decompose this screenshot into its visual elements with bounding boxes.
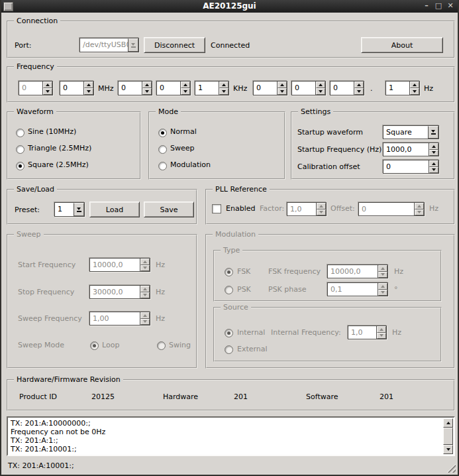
log-scrollbar[interactable] [443,418,453,454]
calibration-offset-spinbox[interactable]: 0 [383,160,439,174]
spin-down-button[interactable] [142,88,152,95]
revision-legend: Hardware/Firmware Revision [14,375,123,385]
fsk-label: FSK [237,267,250,276]
fsk-radio [225,268,233,276]
spin-down-button [377,333,386,339]
spin-up-icon [222,84,226,86]
startup-frequency-label: Startup Frequency (Hz) [297,145,382,154]
minimize-icon[interactable]: – [422,1,431,11]
freq-khz-tens-spinbox[interactable]: 0 [156,81,191,95]
port-combo-value: /dev/ttyUSB0 [80,38,128,52]
spin-down-icon [46,90,50,93]
spin-up-button[interactable] [316,82,325,88]
freq-hz-hundreds-spinbox[interactable]: 0 [253,81,287,95]
spin-down-button[interactable] [429,150,438,156]
maximize-icon[interactable]: □ [434,1,443,11]
mode-modulation-label: Modulation [170,160,211,170]
freq-mhz-ones-spinbox[interactable]: 0 [60,81,94,95]
spin-up-button [378,265,387,272]
spin-down-icon [380,334,383,337]
spin-up-button [378,283,387,290]
load-button[interactable]: Load [89,202,140,217]
scroll-down-button[interactable] [443,445,453,454]
spin-down-button [378,290,387,296]
spin-up-button[interactable] [84,82,93,88]
spin-up-button[interactable] [43,82,52,88]
spin-down-button[interactable] [316,88,325,95]
modulation-type-legend: Type [221,246,242,255]
freq-hz-tens-spinbox[interactable]: 0 [291,81,326,95]
scroll-up-icon [446,422,450,424]
freq-khz-ones-spinbox[interactable]: 1 [195,81,229,95]
khz-unit-label: KHz [233,84,247,93]
log-line: TX: 201:A:10001:; [8,445,442,453]
preset-combo[interactable]: 1 [54,202,85,217]
pll-offset-spinbox: 0 [358,202,425,216]
startup-waveform-combo[interactable]: Square [383,125,439,139]
dropdown-button[interactable] [428,126,438,139]
port-label: Port: [15,41,32,50]
spinbox-value: 10000,0 [328,265,378,278]
waveform-square-radio[interactable] [16,162,25,170]
spin-up-button [140,286,150,292]
port-dropdown-button[interactable] [128,38,138,52]
spin-up-button[interactable] [410,82,419,88]
port-combo[interactable]: /dev/ttyUSB0 [79,38,139,52]
internal-frequency-spinbox: 1,0 [348,326,387,339]
hardware-value: 201 [234,392,248,402]
pll-enabled-checkbox[interactable] [212,204,221,213]
pll-reference-legend: PLL Reference [213,185,270,194]
close-icon[interactable]: ✕ [446,1,455,11]
spin-up-button[interactable] [429,143,438,150]
titlebar[interactable]: AE20125gui – □ ✕ [0,0,459,13]
spin-down-button[interactable] [43,88,52,95]
psk-radio [225,286,233,294]
scrollbar-thumb[interactable] [443,428,453,445]
scroll-up-button[interactable] [443,418,453,428]
spin-down-button[interactable] [410,88,419,95]
waveform-sine-radio[interactable] [16,129,25,137]
spin-up-button[interactable] [181,82,190,88]
freq-khz-hundreds-spinbox[interactable]: 0 [118,81,152,95]
spin-up-icon [381,285,385,288]
resize-grip[interactable] [446,463,456,473]
spin-down-button[interactable] [429,167,438,174]
spin-down-button[interactable] [84,88,93,95]
log-textarea[interactable]: TX: 201:A:10000000:; Frequency can not b… [7,416,455,456]
spin-up-button[interactable] [429,160,438,167]
startup-frequency-spinbox[interactable]: 1000,0 [383,143,439,156]
spinbox-value: 1000,0 [383,143,429,156]
mode-sweep-radio[interactable] [158,145,167,154]
mode-sweep-label: Sweep [170,144,195,153]
mode-modulation-radio[interactable] [158,162,167,170]
source-external-radio [225,345,233,354]
freq-hz-tenths-spinbox[interactable]: 1 [385,81,420,95]
spin-down-button[interactable] [181,88,190,95]
spin-up-button [415,203,424,209]
spin-down-button [378,272,387,278]
freq-mhz-tens-spinbox[interactable]: 0 [19,81,53,95]
pll-offset-label: Offset: [331,204,355,213]
spinbox-value: 1 [386,82,409,95]
about-button[interactable]: About [361,37,443,53]
spin-up-button[interactable] [219,82,229,88]
mode-normal-radio[interactable] [158,129,167,137]
spin-up-button[interactable] [354,82,364,88]
modulation-legend: Modulation [213,230,258,239]
spin-down-button[interactable] [278,88,287,95]
dropdown-button[interactable] [74,203,84,216]
disconnect-button[interactable]: Disconnect [144,37,205,53]
waveform-triangle-radio[interactable] [16,145,25,154]
save-button[interactable]: Save [144,202,194,217]
spin-down-button[interactable] [219,88,229,95]
freq-hz-ones-spinbox[interactable]: 0 [330,81,364,95]
sweep-stop-spinbox: 30000,0 [89,285,150,299]
spin-up-button[interactable] [278,82,287,88]
spinbox-value: 0 [359,203,414,215]
sweep-start-spinbox: 10000,0 [89,258,150,272]
software-value: 201 [380,392,393,402]
sweep-swing-radio [157,341,166,350]
source-external-label: External [237,345,268,354]
spin-up-button[interactable] [142,82,152,88]
spin-down-button[interactable] [354,88,364,95]
